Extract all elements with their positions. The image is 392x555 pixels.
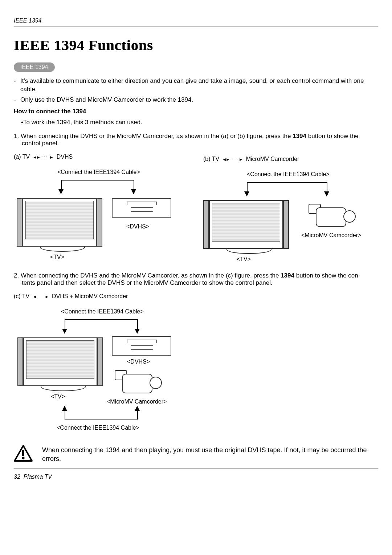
intro-item-2: Only use the DVHS and MicroMV Camcorder … [14, 96, 378, 104]
tv-stand-icon [40, 246, 85, 252]
svg-rect-1 [22, 450, 24, 456]
fig-c-cam-caption: <MicroMV Camcorder> [107, 398, 167, 405]
document-page: IEEE 1394 IEEE 1394 Functions IEEE 1394 … [0, 0, 392, 555]
tv-speaker-icon [203, 200, 209, 249]
dvhs-icon [112, 198, 171, 218]
fig-c-tv-label: (c) TV [14, 293, 29, 300]
arrow-down-icon [131, 189, 136, 194]
intro-list: It's available to communicate to either … [14, 77, 378, 104]
fig-b-connect-label: <Connect the IEEE1394 Cable> [247, 171, 330, 178]
camcorder-icon [309, 200, 356, 229]
arrow-down-icon [324, 191, 329, 197]
bi-arrow-dotted-icon: ·····► [222, 156, 243, 162]
diagram-row-ab: (a) TV ·····► DVHS <Connect the IEEE1394… [14, 154, 378, 266]
tv-icon [23, 337, 97, 386]
figure-a: (a) TV ·····► DVHS <Connect the IEEE1394… [14, 154, 189, 266]
step1-post: button to show the [306, 133, 359, 139]
step-1: 1. When connecting the DVHS or the Micro… [14, 133, 378, 147]
howto-heading: How to connect the 1394 [14, 108, 378, 115]
camcorder-icon [115, 366, 162, 396]
arrow-down-icon [244, 191, 249, 197]
fig-a-connect-label: <Connect the IEEE1394 Cable> [57, 169, 140, 175]
fig-a-dvhs-caption: <DVHS> [126, 223, 149, 230]
arrow-down-icon [135, 329, 140, 334]
fig-c-connect-top-label: <Connect the IEEE1394 Cable> [61, 308, 144, 315]
page-title: IEEE 1394 Functions [14, 37, 378, 54]
howto-bullet: •To work the 1394, this 3 methods can us… [14, 119, 378, 126]
tv-speaker-icon [283, 200, 289, 249]
tv-speaker-icon [97, 198, 102, 247]
warning-text: When connecting the 1394 and then playin… [42, 445, 378, 463]
figure-c: (c) TV ◄► DVHS + MicroMV Camcorder <Conn… [14, 293, 378, 436]
tv-speaker-icon [97, 337, 103, 386]
section-pill: IEEE 1394 [14, 62, 55, 72]
tv-icon [209, 200, 283, 249]
arrow-up-icon [135, 406, 140, 411]
warning-icon [14, 445, 33, 463]
page-footer: 32 Plasma TV [14, 474, 378, 480]
bi-arrow-solid-icon: ◄► [32, 293, 49, 300]
step1-bold: 1394 [293, 133, 306, 139]
arrow-up-icon [62, 406, 67, 411]
arrow-down-icon [58, 189, 64, 194]
fig-c-connect-bottom-label: <Connect the IEEE1394 Cable> [57, 425, 139, 431]
page-number: 32 [14, 474, 20, 480]
product-name: Plasma TV [24, 474, 52, 480]
running-header: IEEE 1394 [14, 17, 378, 27]
tv-stand-icon [226, 248, 271, 254]
tv-icon [23, 198, 97, 247]
tv-speaker-icon [17, 198, 23, 247]
fig-b-dev-label: MicroMV Camcorder [246, 156, 299, 162]
fig-c-tv-caption: <TV> [51, 393, 65, 400]
fig-c-dev-label: DVHS + MicroMV Camcorder [52, 293, 128, 300]
dvhs-icon [112, 336, 171, 356]
fig-b-tv-label: (b) TV [203, 156, 219, 162]
step2-line2: tents panel and then select the DVHS or … [14, 279, 378, 287]
step1-pre: 1. When connecting the DVHS or the Micro… [14, 133, 293, 139]
fig-c-dvhs-caption: <DVHS> [127, 358, 150, 365]
figure-b: (b) TV ·····► MicroMV Camcorder <Connect… [203, 154, 378, 266]
arrow-down-icon [62, 329, 67, 334]
fig-a-tv-label: (a) TV [14, 154, 30, 160]
fig-b-cam-caption: <MicroMV Camcorder> [301, 232, 361, 239]
step2-bold: 1394 [281, 272, 294, 279]
fig-b-tv-caption: <TV> [237, 256, 251, 263]
step-2: 2. When connecting the DVHS and the Micr… [14, 272, 378, 287]
intro-item-1: It's available to communicate to either … [14, 77, 378, 94]
bi-arrow-dotted-icon: ·····► [33, 154, 54, 160]
fig-a-dev-label: DVHS [57, 154, 73, 160]
tv-speaker-icon [17, 337, 23, 386]
step1-line2: control panel. [14, 140, 378, 147]
step2-post: button to show the con- [294, 272, 360, 279]
fig-a-tv-caption: <TV> [50, 254, 64, 260]
tv-stand-icon [41, 385, 86, 391]
warning-box: When connecting the 1394 and then playin… [14, 443, 378, 469]
svg-point-2 [22, 457, 24, 459]
step2-pre: 2. When connecting the DVHS and the Micr… [14, 272, 281, 279]
